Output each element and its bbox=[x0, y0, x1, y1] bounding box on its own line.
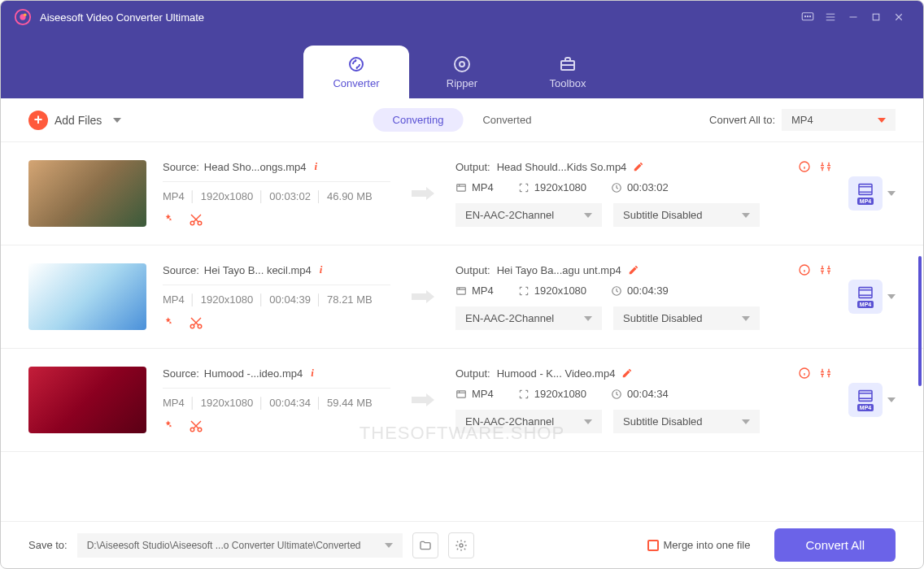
add-files-button[interactable]: + Add Files bbox=[28, 111, 121, 130]
source-file: Hei Tayo B... kecil.mp4 bbox=[204, 264, 312, 276]
output-format-button[interactable]: MP4 bbox=[848, 383, 883, 417]
chevron-down-icon[interactable] bbox=[887, 294, 896, 299]
source-meta: MP41920x108000:03:0246.90 MB bbox=[163, 190, 390, 202]
tab-toolbox-label: Toolbox bbox=[550, 77, 586, 89]
save-path-value: D:\Aiseesoft Studio\Aiseesoft ...o Conve… bbox=[87, 540, 361, 551]
thumbnail[interactable] bbox=[28, 160, 146, 227]
svg-point-14 bbox=[350, 58, 363, 71]
output-resolution-spec: 1920x1080 bbox=[518, 284, 586, 297]
output-label: Output: bbox=[455, 367, 490, 380]
source-resolution: 1920x1080 bbox=[185, 397, 253, 409]
svg-point-16 bbox=[460, 62, 464, 67]
arrow-right-icon bbox=[410, 390, 436, 410]
source-info-icon[interactable] bbox=[798, 367, 811, 380]
source-duration: 00:04:39 bbox=[253, 293, 311, 306]
subtitle-select[interactable]: Subtitle Disabled bbox=[613, 203, 760, 227]
tab-ripper-label: Ripper bbox=[447, 77, 477, 89]
effects-icon[interactable] bbox=[163, 419, 177, 433]
output-duration-spec: 00:03:02 bbox=[611, 181, 669, 193]
svg-rect-26 bbox=[457, 184, 466, 190]
svg-rect-11 bbox=[873, 14, 879, 20]
audio-track-select[interactable]: EN-AAC-2Channel bbox=[455, 306, 602, 330]
open-folder-button[interactable] bbox=[412, 532, 438, 558]
chevron-down-icon bbox=[742, 213, 750, 218]
settings-button[interactable] bbox=[448, 532, 474, 558]
svg-point-61 bbox=[460, 544, 463, 547]
convert-all-button[interactable]: Convert All bbox=[774, 528, 896, 562]
plus-icon: + bbox=[28, 111, 48, 130]
chevron-down-icon bbox=[742, 419, 750, 424]
output-format-spec: MP4 bbox=[455, 181, 494, 193]
subtitle-select[interactable]: Subtitle Disabled bbox=[613, 306, 760, 330]
cut-icon[interactable] bbox=[189, 419, 203, 433]
maximize-button[interactable] bbox=[865, 6, 887, 28]
compress-icon[interactable] bbox=[819, 160, 832, 173]
chevron-down-icon bbox=[878, 118, 886, 123]
chevron-down-icon bbox=[742, 316, 750, 321]
source-label: Source: bbox=[163, 367, 199, 380]
thumbnail[interactable] bbox=[28, 367, 146, 433]
subtitle-select[interactable]: Subtitle Disabled bbox=[613, 410, 760, 433]
sub-tab-converting[interactable]: Converting bbox=[373, 108, 464, 132]
svg-rect-40 bbox=[457, 287, 466, 293]
effects-icon[interactable] bbox=[163, 212, 177, 227]
tab-toolbox[interactable]: Toolbox bbox=[515, 46, 621, 98]
output-format-button[interactable]: MP4 bbox=[848, 176, 883, 211]
tab-converter-label: Converter bbox=[333, 77, 379, 89]
source-meta: MP41920x108000:04:3459.44 MB bbox=[163, 397, 390, 409]
source-file: Head Sho...ongs.mp4 bbox=[204, 161, 307, 173]
list-item: Source: Head Sho...ongs.mp4 i MP41920x10… bbox=[1, 142, 923, 245]
chevron-down-icon bbox=[385, 543, 393, 548]
compress-icon[interactable] bbox=[819, 367, 832, 380]
menu-button[interactable] bbox=[819, 6, 842, 28]
audio-track-select[interactable]: EN-AAC-2Channel bbox=[455, 410, 602, 433]
source-duration: 00:03:02 bbox=[253, 190, 311, 202]
feedback-button[interactable] bbox=[796, 6, 819, 28]
thumbnail[interactable] bbox=[28, 263, 146, 330]
sub-tab-converted[interactable]: Converted bbox=[463, 108, 551, 132]
cut-icon[interactable] bbox=[189, 212, 203, 227]
format-badge-label: MP4 bbox=[857, 198, 874, 205]
source-format: MP4 bbox=[163, 190, 185, 202]
output-format-spec: MP4 bbox=[455, 388, 494, 400]
checkbox-icon bbox=[647, 540, 659, 551]
save-path-select[interactable]: D:\Aiseesoft Studio\Aiseesoft ...o Conve… bbox=[77, 533, 403, 558]
format-badge-label: MP4 bbox=[857, 404, 874, 411]
scrollbar[interactable] bbox=[918, 256, 922, 386]
app-title: Aiseesoft Video Converter Ultimate bbox=[40, 11, 796, 24]
edit-icon[interactable] bbox=[628, 264, 639, 276]
svg-rect-58 bbox=[859, 390, 872, 401]
tab-converter[interactable]: Converter bbox=[303, 46, 409, 98]
audio-track-select[interactable]: EN-AAC-2Channel bbox=[455, 203, 602, 227]
svg-point-5 bbox=[807, 16, 808, 17]
main-tabs: Converter Ripper Toolbox bbox=[1, 33, 923, 98]
cut-icon[interactable] bbox=[189, 315, 203, 330]
source-label: Source: bbox=[163, 264, 199, 276]
source-info-icon[interactable] bbox=[798, 160, 811, 173]
toolbar: + Add Files Converting Converted Convert… bbox=[1, 98, 923, 142]
chevron-down-icon[interactable] bbox=[887, 397, 896, 402]
output-label: Output: bbox=[455, 264, 490, 276]
convert-all-format-select[interactable]: MP4 bbox=[782, 109, 896, 131]
info-icon[interactable]: i bbox=[320, 263, 323, 276]
compress-icon[interactable] bbox=[819, 263, 832, 276]
divider bbox=[163, 284, 390, 285]
effects-icon[interactable] bbox=[163, 315, 177, 330]
convert-all-format-value: MP4 bbox=[791, 114, 813, 126]
info-icon[interactable]: i bbox=[311, 367, 314, 380]
edit-icon[interactable] bbox=[621, 367, 633, 379]
minimize-button[interactable] bbox=[842, 6, 865, 28]
chevron-down-icon[interactable] bbox=[887, 191, 896, 196]
svg-point-6 bbox=[809, 16, 810, 17]
close-button[interactable] bbox=[887, 6, 910, 28]
merge-checkbox[interactable]: Merge into one file bbox=[647, 539, 751, 551]
source-format: MP4 bbox=[163, 293, 185, 306]
divider bbox=[163, 181, 390, 182]
source-info-icon[interactable] bbox=[798, 263, 811, 276]
edit-icon[interactable] bbox=[633, 161, 644, 172]
output-format-button[interactable]: MP4 bbox=[848, 280, 883, 314]
info-icon[interactable]: i bbox=[315, 160, 318, 173]
tab-ripper[interactable]: Ripper bbox=[409, 46, 515, 98]
list-item: Source: Hei Tayo B... kecil.mp4 i MP4192… bbox=[1, 245, 923, 349]
add-files-label: Add Files bbox=[54, 114, 102, 127]
